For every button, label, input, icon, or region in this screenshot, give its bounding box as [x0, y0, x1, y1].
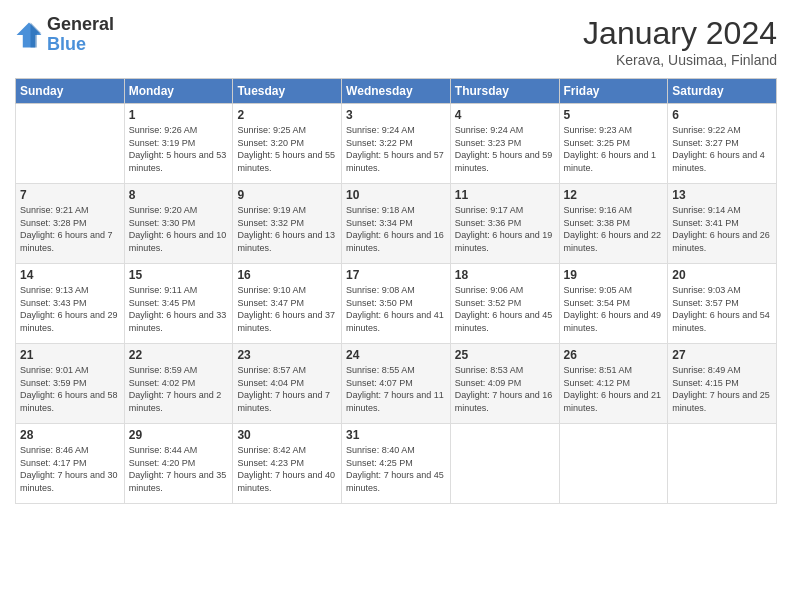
- day-cell: 27Sunrise: 8:49 AMSunset: 4:15 PMDayligh…: [668, 344, 777, 424]
- day-cell: 4Sunrise: 9:24 AMSunset: 3:23 PMDaylight…: [450, 104, 559, 184]
- day-info: Sunrise: 9:03 AMSunset: 3:57 PMDaylight:…: [672, 284, 772, 334]
- day-cell: [668, 424, 777, 504]
- day-cell: 17Sunrise: 9:08 AMSunset: 3:50 PMDayligh…: [342, 264, 451, 344]
- logo-blue: Blue: [47, 34, 86, 54]
- day-number: 22: [129, 348, 229, 362]
- day-number: 11: [455, 188, 555, 202]
- day-info: Sunrise: 9:23 AMSunset: 3:25 PMDaylight:…: [564, 124, 664, 174]
- day-cell: [450, 424, 559, 504]
- day-number: 12: [564, 188, 664, 202]
- day-cell: 8Sunrise: 9:20 AMSunset: 3:30 PMDaylight…: [124, 184, 233, 264]
- day-info: Sunrise: 9:05 AMSunset: 3:54 PMDaylight:…: [564, 284, 664, 334]
- day-cell: [16, 104, 125, 184]
- day-cell: 28Sunrise: 8:46 AMSunset: 4:17 PMDayligh…: [16, 424, 125, 504]
- day-info: Sunrise: 9:08 AMSunset: 3:50 PMDaylight:…: [346, 284, 446, 334]
- day-cell: 29Sunrise: 8:44 AMSunset: 4:20 PMDayligh…: [124, 424, 233, 504]
- day-number: 20: [672, 268, 772, 282]
- day-cell: 30Sunrise: 8:42 AMSunset: 4:23 PMDayligh…: [233, 424, 342, 504]
- day-cell: 24Sunrise: 8:55 AMSunset: 4:07 PMDayligh…: [342, 344, 451, 424]
- day-cell: 16Sunrise: 9:10 AMSunset: 3:47 PMDayligh…: [233, 264, 342, 344]
- weekday-header-friday: Friday: [559, 79, 668, 104]
- day-cell: 13Sunrise: 9:14 AMSunset: 3:41 PMDayligh…: [668, 184, 777, 264]
- day-cell: 5Sunrise: 9:23 AMSunset: 3:25 PMDaylight…: [559, 104, 668, 184]
- day-cell: 20Sunrise: 9:03 AMSunset: 3:57 PMDayligh…: [668, 264, 777, 344]
- day-number: 16: [237, 268, 337, 282]
- day-info: Sunrise: 8:40 AMSunset: 4:25 PMDaylight:…: [346, 444, 446, 494]
- day-info: Sunrise: 8:42 AMSunset: 4:23 PMDaylight:…: [237, 444, 337, 494]
- day-cell: 12Sunrise: 9:16 AMSunset: 3:38 PMDayligh…: [559, 184, 668, 264]
- day-number: 30: [237, 428, 337, 442]
- day-info: Sunrise: 9:21 AMSunset: 3:28 PMDaylight:…: [20, 204, 120, 254]
- day-info: Sunrise: 9:01 AMSunset: 3:59 PMDaylight:…: [20, 364, 120, 414]
- day-number: 3: [346, 108, 446, 122]
- day-info: Sunrise: 8:55 AMSunset: 4:07 PMDaylight:…: [346, 364, 446, 414]
- day-number: 15: [129, 268, 229, 282]
- day-info: Sunrise: 9:13 AMSunset: 3:43 PMDaylight:…: [20, 284, 120, 334]
- day-info: Sunrise: 9:24 AMSunset: 3:22 PMDaylight:…: [346, 124, 446, 174]
- day-number: 4: [455, 108, 555, 122]
- day-number: 13: [672, 188, 772, 202]
- day-info: Sunrise: 9:11 AMSunset: 3:45 PMDaylight:…: [129, 284, 229, 334]
- day-info: Sunrise: 9:20 AMSunset: 3:30 PMDaylight:…: [129, 204, 229, 254]
- weekday-header-tuesday: Tuesday: [233, 79, 342, 104]
- location-title: Kerava, Uusimaa, Finland: [583, 52, 777, 68]
- logo: General Blue: [15, 15, 114, 55]
- day-number: 9: [237, 188, 337, 202]
- day-number: 1: [129, 108, 229, 122]
- day-cell: 15Sunrise: 9:11 AMSunset: 3:45 PMDayligh…: [124, 264, 233, 344]
- day-number: 10: [346, 188, 446, 202]
- weekday-header-monday: Monday: [124, 79, 233, 104]
- header: General Blue January 2024 Kerava, Uusima…: [15, 15, 777, 68]
- day-cell: 1Sunrise: 9:26 AMSunset: 3:19 PMDaylight…: [124, 104, 233, 184]
- day-cell: 19Sunrise: 9:05 AMSunset: 3:54 PMDayligh…: [559, 264, 668, 344]
- weekday-header-sunday: Sunday: [16, 79, 125, 104]
- day-number: 7: [20, 188, 120, 202]
- day-cell: 10Sunrise: 9:18 AMSunset: 3:34 PMDayligh…: [342, 184, 451, 264]
- weekday-header-thursday: Thursday: [450, 79, 559, 104]
- day-number: 6: [672, 108, 772, 122]
- day-info: Sunrise: 9:19 AMSunset: 3:32 PMDaylight:…: [237, 204, 337, 254]
- day-cell: 26Sunrise: 8:51 AMSunset: 4:12 PMDayligh…: [559, 344, 668, 424]
- weekday-header-wednesday: Wednesday: [342, 79, 451, 104]
- day-info: Sunrise: 9:16 AMSunset: 3:38 PMDaylight:…: [564, 204, 664, 254]
- day-number: 2: [237, 108, 337, 122]
- day-cell: 14Sunrise: 9:13 AMSunset: 3:43 PMDayligh…: [16, 264, 125, 344]
- day-cell: 18Sunrise: 9:06 AMSunset: 3:52 PMDayligh…: [450, 264, 559, 344]
- day-cell: 21Sunrise: 9:01 AMSunset: 3:59 PMDayligh…: [16, 344, 125, 424]
- day-number: 17: [346, 268, 446, 282]
- week-row-1: 1Sunrise: 9:26 AMSunset: 3:19 PMDaylight…: [16, 104, 777, 184]
- day-info: Sunrise: 8:59 AMSunset: 4:02 PMDaylight:…: [129, 364, 229, 414]
- day-number: 25: [455, 348, 555, 362]
- svg-marker-0: [17, 22, 42, 47]
- day-number: 18: [455, 268, 555, 282]
- day-info: Sunrise: 8:46 AMSunset: 4:17 PMDaylight:…: [20, 444, 120, 494]
- day-number: 27: [672, 348, 772, 362]
- day-cell: 11Sunrise: 9:17 AMSunset: 3:36 PMDayligh…: [450, 184, 559, 264]
- day-info: Sunrise: 9:25 AMSunset: 3:20 PMDaylight:…: [237, 124, 337, 174]
- day-number: 14: [20, 268, 120, 282]
- day-number: 21: [20, 348, 120, 362]
- day-cell: 2Sunrise: 9:25 AMSunset: 3:20 PMDaylight…: [233, 104, 342, 184]
- weekday-header-row: SundayMondayTuesdayWednesdayThursdayFrid…: [16, 79, 777, 104]
- day-number: 28: [20, 428, 120, 442]
- day-info: Sunrise: 9:10 AMSunset: 3:47 PMDaylight:…: [237, 284, 337, 334]
- day-cell: 22Sunrise: 8:59 AMSunset: 4:02 PMDayligh…: [124, 344, 233, 424]
- day-number: 23: [237, 348, 337, 362]
- month-title: January 2024: [583, 15, 777, 52]
- day-number: 31: [346, 428, 446, 442]
- day-number: 19: [564, 268, 664, 282]
- day-info: Sunrise: 9:24 AMSunset: 3:23 PMDaylight:…: [455, 124, 555, 174]
- title-block: January 2024 Kerava, Uusimaa, Finland: [583, 15, 777, 68]
- day-info: Sunrise: 8:53 AMSunset: 4:09 PMDaylight:…: [455, 364, 555, 414]
- day-info: Sunrise: 8:51 AMSunset: 4:12 PMDaylight:…: [564, 364, 664, 414]
- day-number: 24: [346, 348, 446, 362]
- day-info: Sunrise: 9:22 AMSunset: 3:27 PMDaylight:…: [672, 124, 772, 174]
- day-cell: 25Sunrise: 8:53 AMSunset: 4:09 PMDayligh…: [450, 344, 559, 424]
- day-number: 26: [564, 348, 664, 362]
- calendar-table: SundayMondayTuesdayWednesdayThursdayFrid…: [15, 78, 777, 504]
- logo-icon: [15, 21, 43, 49]
- day-cell: 31Sunrise: 8:40 AMSunset: 4:25 PMDayligh…: [342, 424, 451, 504]
- day-cell: 7Sunrise: 9:21 AMSunset: 3:28 PMDaylight…: [16, 184, 125, 264]
- week-row-2: 7Sunrise: 9:21 AMSunset: 3:28 PMDaylight…: [16, 184, 777, 264]
- day-number: 8: [129, 188, 229, 202]
